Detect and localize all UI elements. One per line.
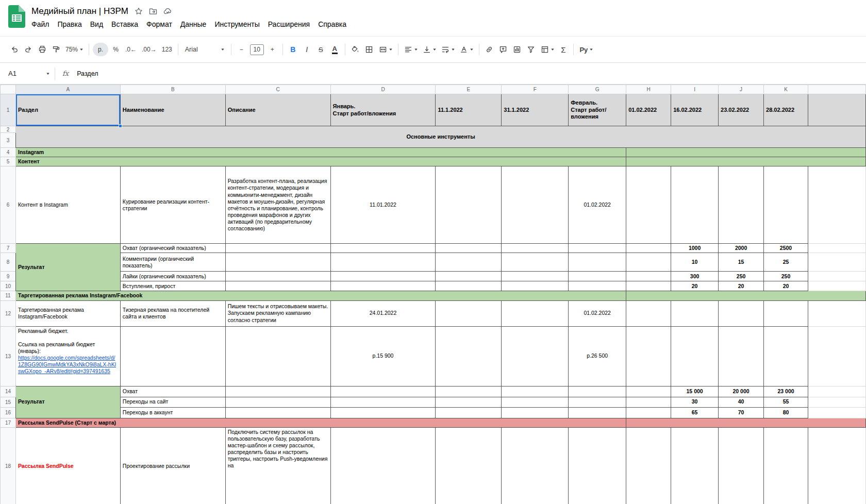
cell[interactable] [330, 386, 436, 397]
cell[interactable]: 250 [764, 272, 808, 281]
cell[interactable] [330, 253, 436, 272]
cell[interactable] [225, 253, 330, 272]
cell[interactable] [626, 427, 671, 504]
column-header-F[interactable]: F [502, 85, 569, 94]
row-header-1[interactable]: 1 [1, 94, 16, 126]
cell[interactable] [626, 418, 866, 427]
column-header-D[interactable]: D [330, 85, 436, 94]
column-header-H[interactable]: H [626, 85, 671, 94]
cell[interactable] [626, 281, 671, 291]
cell[interactable] [436, 397, 502, 407]
cell[interactable] [764, 427, 808, 504]
cell[interactable] [502, 166, 569, 244]
cell[interactable] [808, 326, 866, 386]
fill-color-button[interactable] [349, 43, 362, 56]
select-all-corner[interactable] [1, 85, 16, 94]
cell[interactable] [569, 281, 626, 291]
cell[interactable] [225, 281, 330, 291]
cell[interactable]: 55 [764, 397, 808, 407]
row-header-18[interactable]: 18 [1, 427, 16, 504]
decrease-font-size-button[interactable]: − [235, 43, 248, 56]
cell[interactable] [808, 427, 866, 504]
cell[interactable] [502, 300, 569, 326]
cell[interactable] [626, 148, 866, 157]
print-button[interactable] [36, 43, 48, 56]
cell[interactable]: Переходы на сайт [120, 397, 225, 407]
cell[interactable]: Результат [15, 386, 120, 418]
cell[interactable] [719, 166, 764, 244]
cell[interactable] [436, 166, 502, 244]
cell[interactable] [808, 244, 866, 253]
cell[interactable] [808, 407, 866, 418]
cell[interactable]: Подключить систему рассылок на пользоват… [225, 427, 330, 504]
redo-button[interactable] [22, 43, 35, 56]
row-header-16[interactable]: 16 [1, 407, 16, 418]
cell[interactable]: 23 000 [764, 386, 808, 397]
cell[interactable]: 70 [719, 407, 764, 418]
menu-file[interactable]: Файл [27, 19, 53, 29]
increase-decimal-button[interactable]: .00→ [140, 43, 159, 56]
cell[interactable] [569, 272, 626, 281]
cell[interactable] [436, 272, 502, 281]
cell[interactable] [808, 386, 866, 397]
cell[interactable] [225, 407, 330, 418]
text-wrapping-button[interactable]: ▼ [439, 43, 457, 56]
cell[interactable] [719, 300, 764, 326]
cell[interactable] [626, 326, 671, 386]
functions-button[interactable]: Σ [557, 43, 570, 56]
cell[interactable] [808, 281, 866, 291]
cell[interactable] [671, 326, 719, 386]
menu-tools[interactable]: Инструменты [210, 19, 263, 29]
cell[interactable] [719, 326, 764, 386]
percent-format-button[interactable]: % [109, 43, 122, 56]
cell[interactable] [808, 397, 866, 407]
text-rotation-button[interactable]: ▼ [458, 43, 475, 56]
cell[interactable] [764, 166, 808, 244]
cell[interactable] [808, 94, 866, 126]
cell[interactable] [502, 427, 569, 504]
cell[interactable] [436, 300, 502, 326]
font-family-select[interactable]: Arial▼ [182, 43, 227, 56]
zoom-select[interactable]: 75%▼ [63, 43, 85, 56]
cell[interactable]: 15 000 [671, 386, 719, 397]
document-title[interactable]: Медийный план | НЗРМ [31, 6, 128, 16]
cell[interactable] [330, 281, 436, 291]
currency-format-button[interactable]: р. [93, 43, 108, 56]
star-icon[interactable] [135, 7, 143, 16]
cell[interactable] [120, 326, 225, 386]
font-size-input[interactable]: 10 [250, 44, 264, 55]
menu-format[interactable]: Формат [142, 19, 176, 29]
cell[interactable]: 40 [719, 397, 764, 407]
bold-button[interactable]: B [287, 43, 299, 56]
cell[interactable] [808, 272, 866, 281]
cell[interactable] [502, 397, 569, 407]
cell[interactable] [626, 407, 671, 418]
fill-handle[interactable] [119, 124, 122, 128]
column-header-G[interactable]: G [569, 85, 626, 94]
cell[interactable]: Январь. Старт работ/вложения [330, 94, 436, 126]
menu-edit[interactable]: Правка [53, 19, 86, 29]
cell[interactable]: р.26 500 [569, 326, 626, 386]
cell[interactable] [330, 407, 436, 418]
cell[interactable] [626, 397, 671, 407]
cell[interactable] [436, 427, 502, 504]
cell[interactable] [436, 386, 502, 397]
cell[interactable]: 23.02.2022 [719, 94, 764, 126]
cell[interactable] [225, 326, 330, 386]
cell[interactable]: 65 [671, 407, 719, 418]
cell[interactable]: Февраль. Старт работ/вложения [569, 94, 626, 126]
cell[interactable]: 01.02.2022 [569, 300, 626, 326]
cell[interactable] [502, 281, 569, 291]
cell[interactable]: 250 [719, 272, 764, 281]
cell[interactable] [719, 427, 764, 504]
vertical-align-button[interactable]: ▼ [421, 43, 438, 56]
decrease-decimal-button[interactable]: .0← [123, 43, 139, 56]
cell[interactable]: Охват [120, 386, 225, 397]
cell[interactable] [671, 427, 719, 504]
cell[interactable] [436, 407, 502, 418]
row-header-17[interactable]: 17 [1, 418, 16, 427]
cell[interactable] [764, 300, 808, 326]
cell[interactable]: 20 000 [719, 386, 764, 397]
cell[interactable]: Контент [15, 157, 626, 166]
borders-button[interactable] [363, 43, 376, 56]
